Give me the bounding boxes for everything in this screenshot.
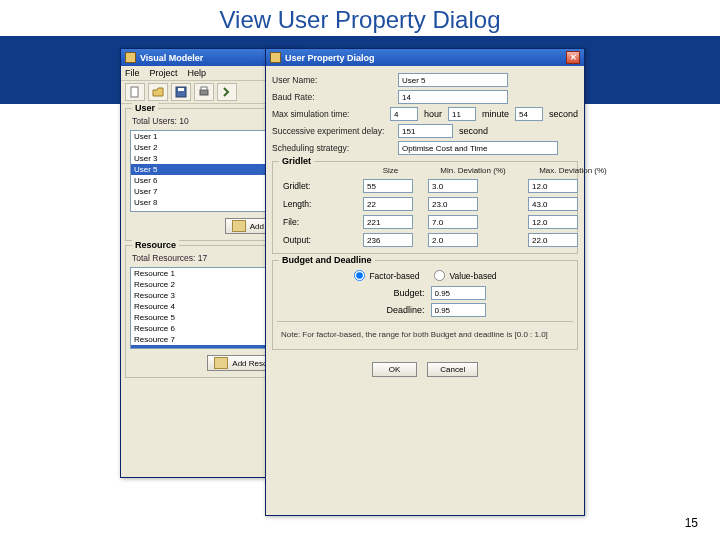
gridlet-max-input[interactable] xyxy=(528,233,578,247)
new-icon[interactable] xyxy=(125,83,145,101)
menu-project[interactable]: Project xyxy=(150,68,178,78)
factor-radio[interactable]: Factor-based xyxy=(353,269,419,282)
user-name-label: User Name: xyxy=(272,75,392,85)
max-sim-min-input[interactable] xyxy=(448,107,476,121)
user-icon xyxy=(232,220,246,232)
resource-panel-title: Resource xyxy=(132,240,179,250)
menu-file[interactable]: File xyxy=(125,68,140,78)
gridlet-min-input[interactable] xyxy=(428,197,478,211)
gridlet-max-input[interactable] xyxy=(528,197,578,211)
svg-rect-2 xyxy=(178,88,184,91)
delay-input[interactable] xyxy=(398,124,453,138)
ok-button[interactable]: OK xyxy=(372,362,418,377)
gridlet-min-input[interactable] xyxy=(428,215,478,229)
baud-rate-input[interactable] xyxy=(398,90,508,104)
gridlet-panel-title: Gridlet xyxy=(279,156,314,166)
gridlet-min-input[interactable] xyxy=(428,179,478,193)
deadline-label: Deadline: xyxy=(365,305,425,315)
gridlet-min-input[interactable] xyxy=(428,233,478,247)
max-sim-label: Max simulation time: xyxy=(272,109,384,119)
gridlet-size-input[interactable] xyxy=(363,179,413,193)
col-min: Min. Deviation (%) xyxy=(428,166,518,175)
gridlet-size-input[interactable] xyxy=(363,197,413,211)
close-icon[interactable]: ✕ xyxy=(566,51,580,64)
gridlet-panel: Gridlet Size Min. Deviation (%) Max. Dev… xyxy=(272,161,578,254)
delay-unit-label: second xyxy=(459,126,488,136)
value-radio-label: Value-based xyxy=(449,271,496,281)
user-panel-title: User xyxy=(132,103,158,113)
deadline-input[interactable] xyxy=(431,303,486,317)
dialog-title: User Property Dialog xyxy=(285,53,375,63)
svg-rect-4 xyxy=(201,87,207,90)
budget-note: Note: For factor-based, the range for bo… xyxy=(277,326,573,343)
budget-label: Budget: xyxy=(365,288,425,298)
save-icon[interactable] xyxy=(171,83,191,101)
gridlet-row-label: Length: xyxy=(283,199,353,209)
gridlet-row-label: Output: xyxy=(283,235,353,245)
dialog-titlebar[interactable]: User Property Dialog ✕ xyxy=(266,49,584,66)
gridlet-max-input[interactable] xyxy=(528,179,578,193)
resource-icon xyxy=(214,357,228,369)
basis-radio-group: Factor-based Value-based xyxy=(277,269,573,282)
dialog-body: User Name: Baud Rate: Max simulation tim… xyxy=(266,66,584,385)
budget-input[interactable] xyxy=(431,286,486,300)
svg-rect-0 xyxy=(131,87,138,97)
menu-help[interactable]: Help xyxy=(188,68,207,78)
dialog-button-row: OK Cancel xyxy=(272,356,578,381)
value-radio[interactable]: Value-based xyxy=(433,269,496,282)
dialog-icon xyxy=(270,52,281,63)
strategy-label: Scheduling strategy: xyxy=(272,143,392,153)
gridlet-row-label: Gridlet: xyxy=(283,181,353,191)
col-size: Size xyxy=(363,166,418,175)
slide-title: View User Property Dialog xyxy=(0,0,720,36)
page-number: 15 xyxy=(685,516,698,530)
run-icon[interactable] xyxy=(217,83,237,101)
app-icon xyxy=(125,52,136,63)
gridlet-row-label: File: xyxy=(283,217,353,227)
delay-label: Successive experiment delay: xyxy=(272,126,392,136)
budget-panel-title: Budget and Deadline xyxy=(279,255,375,265)
window-title: Visual Modeler xyxy=(140,53,203,63)
gridlet-size-input[interactable] xyxy=(363,215,413,229)
budget-panel: Budget and Deadline Factor-based Value-b… xyxy=(272,260,578,350)
hour-label: hour xyxy=(424,109,442,119)
svg-rect-3 xyxy=(200,90,208,95)
baud-rate-label: Baud Rate: xyxy=(272,92,392,102)
col-max: Max. Deviation (%) xyxy=(528,166,618,175)
max-sim-sec-input[interactable] xyxy=(515,107,543,121)
strategy-select[interactable] xyxy=(398,141,558,155)
minute-label: minute xyxy=(482,109,509,119)
cancel-button[interactable]: Cancel xyxy=(427,362,478,377)
gridlet-max-input[interactable] xyxy=(528,215,578,229)
gridlet-grid: Size Min. Deviation (%) Max. Deviation (… xyxy=(277,166,573,247)
print-icon[interactable] xyxy=(194,83,214,101)
open-icon[interactable] xyxy=(148,83,168,101)
second-label: second xyxy=(549,109,578,119)
max-sim-hour-input[interactable] xyxy=(390,107,418,121)
user-name-input[interactable] xyxy=(398,73,508,87)
user-property-dialog: User Property Dialog ✕ User Name: Baud R… xyxy=(265,48,585,516)
factor-radio-label: Factor-based xyxy=(369,271,419,281)
gridlet-size-input[interactable] xyxy=(363,233,413,247)
